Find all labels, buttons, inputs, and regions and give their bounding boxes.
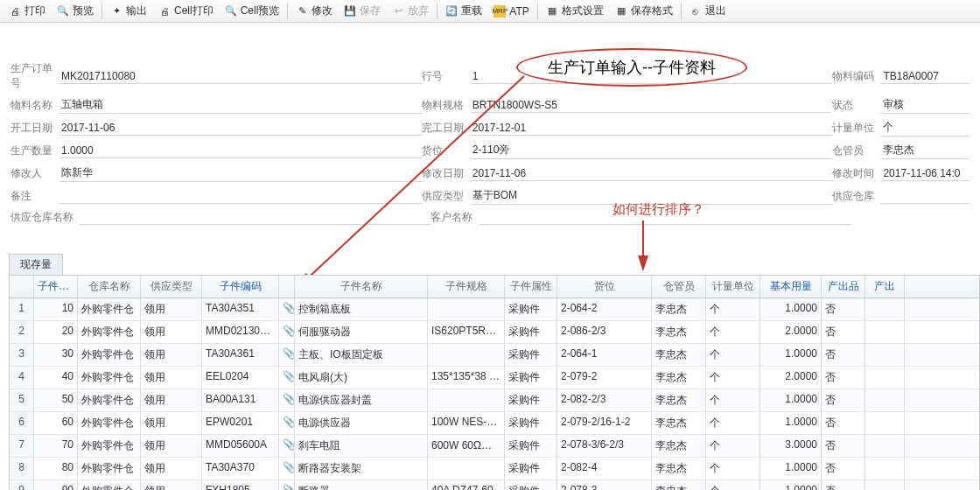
col-wh[interactable]: 仓库名称 <box>78 276 141 298</box>
toolbar-输出[interactable]: ✦输出 <box>105 2 152 20</box>
grid-region: 现存量 子件行… 仓库名称 供应类型 子件编码 子件名称 子件规格 子件属性 货… <box>9 254 980 490</box>
cell: 2-078-3 <box>557 480 652 490</box>
col-loc[interactable]: 货位 <box>557 276 652 298</box>
toolbar-label: 打印 <box>24 4 46 18</box>
cell: MMD021300H… <box>202 321 279 343</box>
tab-stock[interactable]: 现存量 <box>9 254 63 275</box>
table-row[interactable]: 550外购零件仓领用BA00A131📎电源供应器封盖采购件2-082-2/3李忠… <box>10 389 979 412</box>
val-loc[interactable]: 2-110旁 <box>471 142 833 159</box>
page-title: 生产订单输入--子件资料 <box>516 48 747 87</box>
toolbar-icon: ▦ <box>615 5 627 18</box>
cell: 1.0000 <box>760 298 822 320</box>
cell: 3.0000 <box>760 435 822 457</box>
cell: 3 <box>10 344 34 366</box>
val-sup-wh[interactable] <box>881 189 970 204</box>
col-base[interactable]: 基本用量 <box>760 276 822 298</box>
cell: 30 <box>34 344 78 366</box>
lbl-start: 开工日期 <box>10 121 60 136</box>
table-row[interactable]: 660外购零件仓领用EPW0201📎电源供应器100W NES-1…采购件2-0… <box>10 412 979 435</box>
col-sup[interactable]: 供应类型 <box>141 276 202 298</box>
cell: 李忠杰 <box>652 480 706 490</box>
toolbar-格式设置[interactable]: ▦格式设置 <box>541 2 609 20</box>
page-title-wrap: 生产订单输入--子件资料 <box>516 48 747 87</box>
cell <box>865 367 905 388</box>
table-row[interactable]: 440外购零件仓领用EEL0204📎电风扇(大)135*135*38 2…采购件… <box>10 367 979 389</box>
cell: 2-082-4 <box>557 458 652 480</box>
cell <box>428 344 505 366</box>
col-last[interactable]: 产出 <box>865 276 905 298</box>
col-index[interactable] <box>10 276 34 298</box>
cell: TA30A361 <box>202 344 279 366</box>
toolbar-预览[interactable]: 🔍预览 <box>52 2 99 20</box>
col-attr[interactable]: 子件属性 <box>505 276 557 298</box>
cell: 断路器安装架 <box>295 458 428 480</box>
toolbar-label: 放弃 <box>408 4 429 18</box>
val-end[interactable]: 2017-12-01 <box>471 121 833 136</box>
val-remark[interactable] <box>60 189 422 204</box>
cell: 70 <box>34 435 78 457</box>
cell <box>865 344 905 366</box>
val-modifier[interactable]: 陈新华 <box>60 164 422 182</box>
val-mod-time[interactable]: 2017-11-06 14:0 <box>881 166 970 181</box>
cell: 6 <box>10 412 34 434</box>
toolbar-Cell打印[interactable]: 🖨Cell打印 <box>153 2 219 20</box>
cell: 外购零件仓 <box>78 367 141 388</box>
cell: 2-064-2 <box>557 298 652 320</box>
col-code[interactable]: 子件编码 <box>202 276 279 298</box>
val-start[interactable]: 2017-11-06 <box>60 121 422 136</box>
col-row[interactable]: 子件行… <box>34 276 78 298</box>
toolbar-保存: 💾保存 <box>339 2 386 20</box>
cell: 领用 <box>141 412 202 434</box>
val-mat-code[interactable]: TB18A0007 <box>881 69 970 84</box>
cell: 5 <box>10 389 34 411</box>
col-spec[interactable]: 子件规格 <box>428 276 505 298</box>
cell: 领用 <box>141 389 202 411</box>
toolbar-ATP[interactable]: MRPATP <box>488 4 534 19</box>
cell: 个 <box>706 389 760 411</box>
val-mat-name[interactable]: 五轴电箱 <box>60 96 422 114</box>
table-row[interactable]: 990外购零件仓领用FXH1805📎断路器40A DZ47-60采购件2-078… <box>10 480 979 490</box>
cell: 9 <box>10 480 34 490</box>
toolbar-Cell预览[interactable]: 🔍Cell预览 <box>220 2 285 20</box>
toolbar-退出[interactable]: ⎋退出 <box>684 2 732 20</box>
col-keeper[interactable]: 仓管员 <box>652 276 706 298</box>
val-sup-wh-name[interactable] <box>79 210 430 225</box>
cell: 刹车电阻 <box>295 435 428 457</box>
val-mod-date[interactable]: 2017-11-06 <box>471 166 833 181</box>
cell: 📎 <box>279 458 295 480</box>
cell: 7 <box>10 435 34 457</box>
col-unit[interactable]: 计量单位 <box>706 276 760 298</box>
cell <box>428 458 505 480</box>
cell: EEL0204 <box>202 367 279 388</box>
val-order-no[interactable]: MK2017110080 <box>60 69 422 84</box>
table-row[interactable]: 330外购零件仓领用TA30A361📎主板、IO板固定板采购件2-064-1李忠… <box>10 344 979 367</box>
val-mat-spec[interactable]: BRTN1800WS-S5 <box>471 98 833 113</box>
cell: 否 <box>822 344 865 366</box>
val-qty[interactable]: 1.0000 <box>60 144 422 158</box>
cell: 采购件 <box>505 298 557 320</box>
cell: 2.0000 <box>760 321 822 343</box>
lbl-sup-type: 供应类型 <box>422 189 471 204</box>
val-status[interactable]: 审核 <box>881 96 970 114</box>
toolbar-打印[interactable]: 🖨打印 <box>4 2 51 20</box>
cell: 否 <box>822 298 865 320</box>
table-row[interactable]: 110外购零件仓领用TA30A351📎控制箱底板采购件2-064-2李忠杰个1.… <box>10 298 979 321</box>
cell: 📎 <box>279 367 295 388</box>
toolbar-保存格式[interactable]: ▦保存格式 <box>610 2 678 20</box>
cell: 电风扇(大) <box>295 367 428 388</box>
toolbar-重载[interactable]: 🔄重载 <box>440 2 487 20</box>
col-out[interactable]: 产出品 <box>822 276 865 298</box>
toolbar-修改[interactable]: ✎修改 <box>290 2 338 20</box>
cell: 控制箱底板 <box>295 298 428 320</box>
lbl-modifier: 修改人 <box>10 166 60 181</box>
table-row[interactable]: 770外购零件仓领用MMD05600A📎刹车电阻600W 60Ω（…采购件2-0… <box>10 435 979 458</box>
cell: IS620PT5R4I… <box>428 321 505 343</box>
val-keeper[interactable]: 李忠杰 <box>881 142 970 159</box>
cell: 📎 <box>279 412 295 434</box>
col-name[interactable]: 子件名称 <box>295 276 428 298</box>
val-unit[interactable]: 个 <box>881 119 970 136</box>
table-row[interactable]: 880外购零件仓领用TA30A370📎断路器安装架采购件2-082-4李忠杰个1… <box>10 458 979 480</box>
col-clip[interactable] <box>279 276 295 298</box>
table-row[interactable]: 220外购零件仓领用MMD021300H…📎伺服驱动器IS620PT5R4I…采… <box>10 321 979 344</box>
cell: 2 <box>10 321 34 343</box>
